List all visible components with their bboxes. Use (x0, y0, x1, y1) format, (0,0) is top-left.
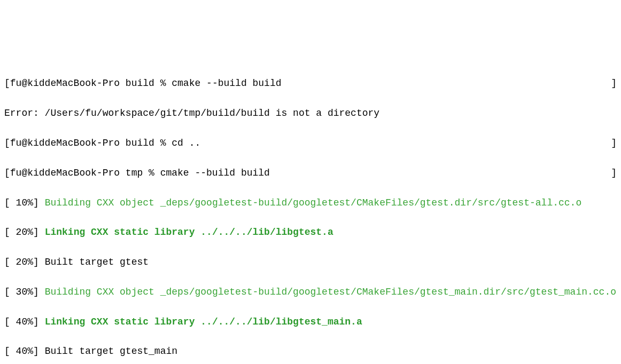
shell-prompt: [fu@kiddeMacBook-Pro tmp % (4, 168, 160, 178)
build-message: Building CXX object _deps/googletest-bui… (45, 197, 582, 208)
progress-pct: [ 40%] (4, 346, 45, 357)
built-message: Built target gtest (45, 257, 149, 267)
terminal-output[interactable]: [fu@kiddeMacBook-Pro build % cmake --bui… (4, 62, 617, 364)
progress-pct: [ 20%] (4, 227, 45, 238)
build-step-40a: [ 40%] Linking CXX static library ../../… (4, 315, 617, 330)
progress-pct: [ 10%] (4, 197, 45, 208)
progress-pct: [ 30%] (4, 287, 45, 297)
shell-prompt: [fu@kiddeMacBook-Pro build % (4, 78, 172, 89)
command-text: cmake --build build (172, 78, 281, 89)
prompt-line-1: [fu@kiddeMacBook-Pro build % cmake --bui… (4, 76, 617, 91)
link-message: Linking CXX static library ../../../lib/… (45, 316, 362, 327)
bracket-close: ] (611, 136, 617, 151)
progress-pct: [ 40%] (4, 316, 45, 327)
bracket-close: ] (611, 76, 617, 91)
build-step-30: [ 30%] Building CXX object _deps/googlet… (4, 285, 617, 300)
error-line: Error: /Users/fu/workspace/git/tmp/build… (4, 106, 617, 121)
bracket-close: ] (611, 166, 617, 181)
built-message: Built target gtest_main (45, 346, 177, 357)
build-step-20a: [ 20%] Linking CXX static library ../../… (4, 225, 617, 240)
build-step-40b: [ 40%] Built target gtest_main (4, 344, 617, 359)
command-text: cd .. (172, 138, 200, 148)
command-text: cmake --build build (160, 168, 270, 178)
build-message: Building CXX object _deps/googletest-bui… (45, 287, 616, 297)
prompt-line-2: [fu@kiddeMacBook-Pro build % cd ..] (4, 136, 617, 151)
prompt-line-3: [fu@kiddeMacBook-Pro tmp % cmake --build… (4, 166, 617, 181)
build-step-10: [ 10%] Building CXX object _deps/googlet… (4, 196, 617, 211)
progress-pct: [ 20%] (4, 257, 45, 267)
link-message: Linking CXX static library ../../../lib/… (45, 227, 333, 238)
build-step-20b: [ 20%] Built target gtest (4, 255, 617, 270)
shell-prompt: [fu@kiddeMacBook-Pro build % (4, 138, 172, 148)
